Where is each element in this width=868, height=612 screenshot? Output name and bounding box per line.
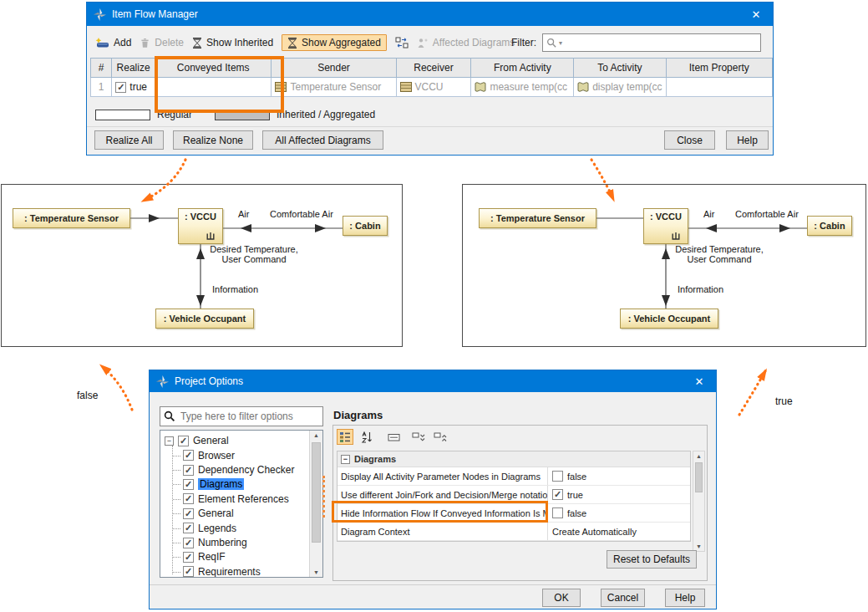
show-description-button[interactable] xyxy=(385,429,402,445)
realize-none-button[interactable]: Realize None xyxy=(173,130,253,150)
item-property-cell[interactable] xyxy=(666,78,772,97)
affected-diagrams-button[interactable]: Affected Diagrams xyxy=(417,37,515,48)
option-checkbox-unchecked[interactable] xyxy=(552,471,563,482)
tree-item-label[interactable]: Numbering xyxy=(198,537,247,548)
tree-item-label[interactable]: Legends xyxy=(198,523,236,534)
block-cabin[interactable]: : Cabin xyxy=(807,216,852,236)
block-temperature-sensor[interactable]: : Temperature Sensor xyxy=(479,208,596,228)
group-expander-icon[interactable]: − xyxy=(341,455,350,464)
realize-cell[interactable]: ✓ true xyxy=(112,78,155,97)
col-item-property[interactable]: Item Property xyxy=(666,59,772,78)
tree-item-numbering[interactable]: ✓ Numbering xyxy=(172,535,322,549)
tree-item-legends[interactable]: ✓ Legends xyxy=(172,521,322,535)
show-aggregated-button[interactable]: Show Aggregated xyxy=(282,34,387,51)
scroll-down-icon[interactable]: ▼ xyxy=(693,543,704,549)
tree-item-diagrams[interactable]: ✓ Diagrams xyxy=(172,477,322,492)
option-row-diagram-context[interactable]: Diagram Context Create Automatically xyxy=(338,523,690,541)
scroll-up-icon[interactable]: ▲ xyxy=(310,432,322,438)
scrollbar-thumb[interactable] xyxy=(695,462,703,492)
tree-item-label[interactable]: ReqIF xyxy=(198,551,226,563)
tree-root-label[interactable]: General xyxy=(193,435,229,446)
realize-all-button[interactable]: Realize All xyxy=(94,130,164,150)
add-button[interactable]: Add xyxy=(95,37,131,48)
collapse-all-button[interactable] xyxy=(432,429,449,445)
filter-search-input[interactable]: ▾ xyxy=(542,33,761,52)
from-activity-cell[interactable]: measure temp(cc xyxy=(471,78,574,97)
block-cabin[interactable]: : Cabin xyxy=(343,216,388,236)
row-number-cell[interactable]: 1 xyxy=(91,78,112,97)
po-titlebar[interactable]: Project Options ✕ xyxy=(150,370,716,392)
option-checkbox-unchecked[interactable] xyxy=(552,507,563,518)
tree-item-label[interactable]: Dependency Checker xyxy=(198,464,294,476)
tree-item-label[interactable]: Requirements xyxy=(198,566,261,578)
option-row-hide-information-flow[interactable]: Hide Information Flow If Conveyed Inform… xyxy=(338,504,690,523)
option-row-join-fork-notations[interactable]: Use different Join/Fork and Decision/Mer… xyxy=(338,486,690,504)
scrollbar-thumb[interactable] xyxy=(312,442,321,543)
tree-item-label[interactable]: Element References xyxy=(198,493,289,505)
po-filter-input[interactable] xyxy=(179,410,319,423)
tree-item-label[interactable]: Browser xyxy=(198,450,235,462)
all-affected-diagrams-button[interactable]: All Affected Diagrams xyxy=(262,130,383,150)
col-receiver[interactable]: Receiver xyxy=(396,59,471,78)
block-vccu[interactable]: : VCCU xyxy=(178,208,223,244)
block-vccu[interactable]: : VCCU xyxy=(643,208,688,244)
options-group-header[interactable]: − Diagrams xyxy=(338,451,690,467)
search-caret-icon[interactable]: ▾ xyxy=(559,39,562,47)
col-realize[interactable]: Realize xyxy=(112,59,155,78)
tree-item-label[interactable]: General xyxy=(198,507,234,519)
col-to-activity[interactable]: To Activity xyxy=(574,59,666,78)
close-button[interactable]: Close xyxy=(664,130,715,150)
ifm-titlebar[interactable]: Item Flow Manager ✕ xyxy=(87,3,773,26)
col-from-activity[interactable]: From Activity xyxy=(471,59,574,78)
option-row-display-activity-nodes[interactable]: Display All Activity Parameter Nodes in … xyxy=(338,467,690,486)
tree-checkbox[interactable]: ✓ xyxy=(183,508,194,519)
block-temperature-sensor[interactable]: : Temperature Sensor xyxy=(13,208,130,228)
block-vehicle-occupant[interactable]: : Vehicle Occupant xyxy=(155,309,254,329)
po-filter-box[interactable] xyxy=(160,406,323,426)
col-num[interactable]: # xyxy=(91,59,112,78)
tree-item-requirements[interactable]: ✓ Requirements xyxy=(172,564,322,578)
realize-checkbox[interactable]: ✓ xyxy=(115,82,126,93)
tree-checkbox[interactable]: ✓ xyxy=(183,450,194,461)
col-conveyed-items[interactable]: Conveyed Items xyxy=(155,59,272,78)
collapse-expander-icon[interactable]: − xyxy=(165,436,174,446)
expand-all-button[interactable] xyxy=(410,429,427,445)
tree-item-reqif[interactable]: ✓ ReqIF xyxy=(172,550,322,564)
cancel-button[interactable]: Cancel xyxy=(601,589,645,607)
tree-checkbox[interactable]: ✓ xyxy=(178,436,189,446)
tree-checkbox[interactable]: ✓ xyxy=(183,493,194,504)
block-vehicle-occupant[interactable]: : Vehicle Occupant xyxy=(620,309,718,329)
scroll-down-icon[interactable]: ▼ xyxy=(310,569,322,575)
conveyed-items-cell[interactable] xyxy=(155,78,272,97)
scroll-up-icon[interactable]: ▲ xyxy=(693,453,704,459)
col-sender[interactable]: Sender xyxy=(272,59,396,78)
tree-checkbox[interactable]: ✓ xyxy=(183,552,194,563)
tree-item-browser[interactable]: ✓ Browser xyxy=(172,448,322,462)
delete-button[interactable]: Delete xyxy=(140,37,184,48)
po-close-icon[interactable]: ✕ xyxy=(683,370,716,392)
tree-checkbox[interactable]: ✓ xyxy=(183,523,194,533)
help-button[interactable]: Help xyxy=(726,130,769,150)
tree-item-general[interactable]: ✓ General xyxy=(172,507,322,521)
tree-checkbox[interactable]: ✓ xyxy=(183,538,194,548)
sort-alphabetically-button[interactable] xyxy=(358,429,375,445)
tree-scrollbar[interactable]: ▲ ▼ xyxy=(309,431,322,577)
sender-cell[interactable]: Temperature Sensor xyxy=(272,78,396,97)
tree-checkbox[interactable]: ✓ xyxy=(183,566,194,577)
tree-item-label-selected[interactable]: Diagrams xyxy=(198,478,244,490)
tree-item-dependency-checker[interactable]: ✓ Dependency Checker xyxy=(172,462,322,477)
tree-checkbox[interactable]: ✓ xyxy=(183,465,194,476)
change-flow-direction-button[interactable] xyxy=(395,37,409,48)
tree-item-general-root[interactable]: − ✓ General xyxy=(165,433,322,448)
po-help-button[interactable]: Help xyxy=(665,589,705,607)
options-scrollbar[interactable]: ▲ ▼ xyxy=(693,451,705,552)
show-inherited-button[interactable]: Show Inherited xyxy=(192,37,273,48)
tree-item-element-references[interactable]: ✓ Element References xyxy=(172,492,322,506)
reset-to-defaults-button[interactable]: Reset to Defaults xyxy=(607,550,697,569)
option-checkbox-checked[interactable]: ✓ xyxy=(552,489,563,500)
receiver-cell[interactable]: VCCU xyxy=(396,78,471,97)
to-activity-cell[interactable]: display temp(cc xyxy=(574,78,666,97)
ifm-close-icon[interactable]: ✕ xyxy=(739,3,773,26)
categorized-view-button[interactable] xyxy=(337,429,353,445)
panel-splitter-handle[interactable] xyxy=(322,476,325,518)
